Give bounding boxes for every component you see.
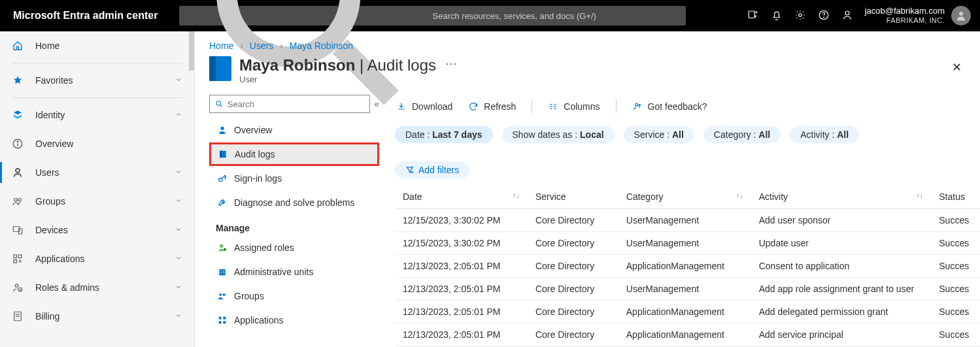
avatar[interactable] <box>951 6 971 25</box>
button-label: Columns <box>564 101 600 112</box>
cell-activity: Add app role assignment grant to user <box>751 278 932 301</box>
left-nav-scrollbar[interactable] <box>189 31 194 71</box>
filter-activity[interactable]: Activity : All <box>790 126 859 143</box>
svg-point-37 <box>219 293 222 296</box>
columns-button[interactable]: Columns <box>548 101 600 112</box>
info-icon <box>12 138 24 150</box>
nav-label: Devices <box>35 225 163 235</box>
nav-applications[interactable]: Applications <box>0 244 194 273</box>
add-filters-button[interactable]: Add filters <box>395 161 469 178</box>
help-icon[interactable] <box>818 9 830 23</box>
global-search[interactable] <box>179 6 686 25</box>
col-service[interactable]: Service <box>528 185 618 209</box>
nav-home[interactable]: Home <box>0 31 194 60</box>
col-status[interactable]: Status <box>931 185 980 209</box>
nav-label: Groups <box>35 196 163 207</box>
svg-point-26 <box>220 127 224 130</box>
star-icon <box>12 74 24 86</box>
col-date[interactable]: Date↑↓ <box>395 185 528 209</box>
breadcrumb: Home › Users › Maya Robinson <box>195 31 980 54</box>
button-label: Add filters <box>418 165 459 175</box>
breadcrumb-users[interactable]: Users <box>250 41 274 51</box>
nav-roles-admins[interactable]: Roles & admins <box>0 273 194 302</box>
cell-activity: Add delegated permission grant <box>751 301 932 323</box>
svg-rect-28 <box>220 151 222 158</box>
filter-dates-as[interactable]: Show dates as : Local <box>502 126 615 143</box>
blade-nav-audit-logs[interactable]: Audit logs <box>209 142 379 166</box>
blade-search-input[interactable] <box>228 99 364 109</box>
global-search-input[interactable] <box>433 11 680 21</box>
blade-nav-diagnose[interactable]: Diagnose and solve problems <box>209 191 379 214</box>
blade-nav-label: Groups <box>234 291 264 301</box>
download-button[interactable]: Download <box>396 101 452 112</box>
svg-point-31 <box>224 248 226 251</box>
table-row[interactable]: 12/15/2023, 3:30:02 PMCore DirectoryUser… <box>395 209 980 232</box>
svg-point-13 <box>18 199 22 202</box>
svg-point-29 <box>219 178 222 181</box>
refresh-button[interactable]: Refresh <box>468 101 516 112</box>
blade-nav-signin-logs[interactable]: Sign-in logs <box>209 167 379 190</box>
col-category[interactable]: Category↑↓ <box>618 185 751 209</box>
admin-icon <box>12 282 24 293</box>
nav-devices[interactable]: Devices <box>0 216 194 244</box>
svg-rect-32 <box>219 269 225 275</box>
blade-nav-label: Overview <box>234 125 272 135</box>
table-row[interactable]: 12/13/2023, 2:05:01 PMCore DirectoryAppl… <box>395 255 980 278</box>
svg-rect-18 <box>14 260 17 263</box>
breadcrumb-current[interactable]: Maya Robinson <box>290 41 353 51</box>
feedback-button[interactable]: Got feedback? <box>632 101 707 112</box>
nav-overview[interactable]: Overview <box>0 129 194 158</box>
nav-groups[interactable]: Groups <box>0 187 194 216</box>
grid-icon <box>217 315 228 325</box>
svg-point-11 <box>16 169 20 173</box>
cloud-shell-icon[interactable] <box>747 9 759 23</box>
svg-rect-36 <box>223 273 224 273</box>
columns-icon <box>548 101 558 112</box>
filter-category[interactable]: Category : All <box>703 126 781 143</box>
table-row[interactable]: 12/13/2023, 2:05:01 PMCore DirectoryAppl… <box>395 301 980 323</box>
close-blade-button[interactable]: ✕ <box>948 56 966 78</box>
col-activity[interactable]: Activity↑↓ <box>751 185 932 209</box>
filter-date[interactable]: Date : Last 7 days <box>395 126 493 143</box>
main-content: Download Refresh Columns Got feedback <box>388 91 980 347</box>
feedback-icon[interactable] <box>841 9 853 23</box>
nav-label: Applications <box>35 254 163 264</box>
filter-service[interactable]: Service : All <box>624 126 694 143</box>
nav-identity[interactable]: Identity <box>0 101 194 129</box>
button-label: Refresh <box>484 101 516 112</box>
blade-nav-assigned-roles[interactable]: Assigned roles <box>209 236 379 259</box>
chevron-down-icon <box>175 196 182 207</box>
search-icon <box>215 99 224 108</box>
table-row[interactable]: 12/13/2023, 2:05:01 PMCore DirectoryAppl… <box>395 323 980 346</box>
notifications-icon[interactable] <box>771 9 783 23</box>
svg-point-6 <box>845 11 849 15</box>
blade-search[interactable] <box>209 95 370 113</box>
more-actions-icon[interactable]: ⋯ <box>445 56 457 71</box>
cell-category: ApplicationManagement <box>618 323 751 346</box>
blade-nav-admin-units[interactable]: Administrative units <box>209 260 379 284</box>
table-row[interactable]: 12/13/2023, 2:05:01 PMCore DirectoryUser… <box>395 278 980 301</box>
cell-service: Core Directory <box>528 278 618 301</box>
blade-nav-applications[interactable]: Applications <box>209 308 379 332</box>
groups-icon <box>217 291 228 301</box>
table-row[interactable]: 12/15/2023, 3:30:02 PMCore DirectoryUser… <box>395 232 980 255</box>
breadcrumb-home[interactable]: Home <box>209 41 233 51</box>
cell-date: 12/13/2023, 2:05:01 PM <box>395 278 528 301</box>
blade-nav-label: Audit logs <box>235 149 275 159</box>
nav-billing[interactable]: Billing <box>0 302 194 331</box>
nav-users[interactable]: Users <box>0 158 194 187</box>
account-control[interactable]: jacob@fabrikam.com FABRIKAM, INC. <box>865 6 971 25</box>
settings-gear-icon[interactable] <box>794 9 806 23</box>
svg-point-10 <box>17 141 18 142</box>
nav-label: Overview <box>35 139 182 149</box>
svg-point-19 <box>15 284 18 288</box>
cell-date: 12/15/2023, 3:30:02 PM <box>395 232 528 255</box>
collapse-blade-nav-icon[interactable]: « <box>374 99 379 109</box>
blade-nav-label: Applications <box>234 315 284 325</box>
blade-nav-groups[interactable]: Groups <box>209 284 379 308</box>
nav-favorites[interactable]: Favorites <box>0 66 194 95</box>
blade-nav-label: Administrative units <box>234 267 313 277</box>
cell-service: Core Directory <box>528 255 618 278</box>
cell-category: UserManagement <box>618 278 751 301</box>
blade-nav-overview[interactable]: Overview <box>209 118 379 142</box>
